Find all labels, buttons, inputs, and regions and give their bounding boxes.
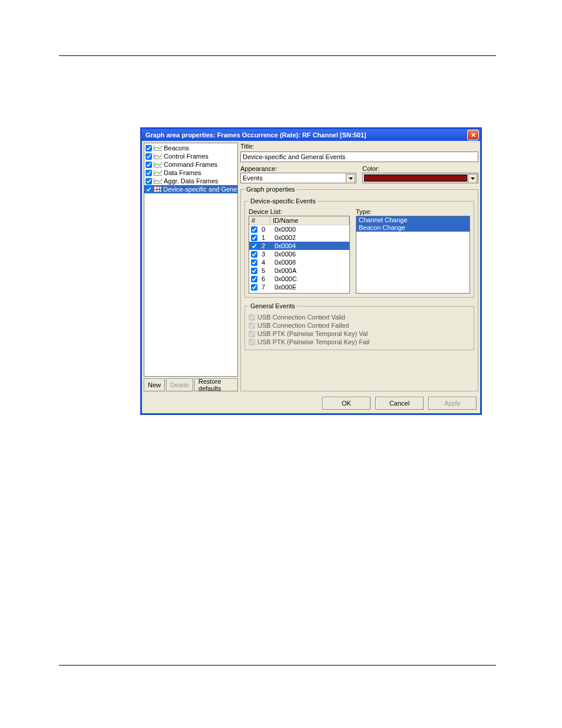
device-id: 0x000A	[273, 267, 349, 274]
tree-item[interactable]: Control Frames	[144, 152, 237, 160]
appearance-combo[interactable]: Events	[240, 173, 356, 183]
tree-item-label: Control Frames	[164, 153, 209, 160]
general-event-label: USB Connection Context Valid	[257, 314, 345, 321]
title-label: Title:	[240, 143, 478, 150]
appearance-label: Appearance:	[240, 165, 356, 172]
device-row[interactable]: 30x0006	[249, 250, 349, 258]
window-title: Graph area properties: Frames Occurrence…	[146, 131, 366, 139]
tree-item-label: Device-specific and General Even	[163, 186, 238, 193]
device-checkbox[interactable]	[251, 235, 257, 241]
curve-icon	[154, 153, 162, 159]
tree-checkbox[interactable]	[146, 153, 152, 160]
color-swatch	[364, 174, 467, 182]
type-list[interactable]: Channel ChangeBeacon Change	[356, 216, 470, 294]
apply-button: Apply	[428, 397, 477, 410]
tree-checkbox[interactable]	[146, 186, 152, 193]
device-list-header: # ID/Name	[249, 216, 349, 225]
tree-checkbox[interactable]	[146, 178, 152, 185]
device-specific-legend: Device-specific Events	[249, 197, 318, 205]
device-row[interactable]: 40x0008	[249, 258, 349, 266]
general-events-fieldset: General Events USB Connection Context Va…	[244, 302, 474, 350]
device-row[interactable]: 10x0002	[249, 233, 349, 242]
titlebar[interactable]: Graph area properties: Frames Occurrence…	[142, 129, 480, 141]
general-event-item[interactable]: USB Connection Context Failed	[249, 321, 470, 330]
tree-item[interactable]: Aggr. Data Frames	[144, 177, 237, 185]
title-input[interactable]: Device-specific and General Events	[240, 151, 478, 162]
general-event-label: USB PTK (Pairwise Temporal Key) Val	[257, 330, 368, 337]
general-event-checkbox	[249, 331, 255, 337]
device-row[interactable]: 20x0004	[249, 242, 349, 250]
restore-defaults-button[interactable]: Restore defaults	[194, 378, 238, 391]
tree-checkbox[interactable]	[146, 170, 152, 176]
device-id: 0x0006	[273, 251, 349, 258]
device-id: 0x0004	[273, 242, 349, 249]
device-checkbox[interactable]	[251, 251, 257, 258]
device-row[interactable]: 70x000E	[249, 283, 349, 291]
type-row[interactable]: Beacon Change	[356, 224, 470, 232]
close-icon[interactable]: ✕	[467, 130, 479, 140]
device-checkbox[interactable]	[251, 276, 257, 282]
tree-item[interactable]: Data Frames	[144, 169, 237, 177]
dialog-footer: OK Cancel Apply	[142, 393, 480, 413]
general-event-checkbox	[249, 339, 255, 345]
graph-properties-legend: Graph properties	[244, 186, 297, 193]
device-num: 7	[260, 284, 273, 291]
ok-button[interactable]: OK	[322, 397, 371, 410]
chevron-down-icon[interactable]	[346, 174, 355, 183]
cancel-button[interactable]: Cancel	[375, 397, 424, 410]
device-id: 0x000C	[273, 275, 349, 282]
device-id: 0x0002	[273, 234, 349, 241]
device-num: 1	[260, 234, 273, 241]
series-tree[interactable]: BeaconsControl FramesCommand FramesData …	[144, 143, 238, 377]
tree-item-label: Beacons	[164, 144, 189, 151]
device-list-label: Device List:	[249, 208, 350, 215]
device-row[interactable]: 60x000C	[249, 275, 349, 283]
delete-button: Delete	[166, 378, 193, 391]
page-rule-bottom	[59, 665, 496, 666]
general-event-item[interactable]: USB PTK (Pairwise Temporal Key) Fail	[249, 338, 470, 346]
device-checkbox[interactable]	[251, 284, 257, 291]
device-id: 0x0000	[273, 226, 349, 233]
general-event-item[interactable]: USB PTK (Pairwise Temporal Key) Val	[249, 330, 470, 338]
tree-checkbox[interactable]	[146, 162, 152, 168]
device-row[interactable]: 50x000A	[249, 266, 349, 275]
type-row[interactable]: Channel Change	[356, 216, 470, 224]
dialog-window: Graph area properties: Frames Occurrence…	[140, 127, 482, 415]
device-list-col-idname[interactable]: ID/Name	[270, 216, 349, 225]
device-checkbox[interactable]	[251, 268, 257, 274]
curve-icon	[154, 145, 162, 151]
new-button[interactable]: New	[144, 378, 165, 391]
general-event-checkbox	[249, 314, 255, 321]
general-events-legend: General Events	[249, 302, 297, 309]
device-num: 4	[260, 259, 273, 266]
tree-item[interactable]: Command Frames	[144, 160, 237, 169]
device-id: 0x000E	[273, 284, 349, 291]
general-event-item[interactable]: USB Connection Context Valid	[249, 313, 470, 321]
curve-icon	[154, 170, 162, 176]
tree-item-label: Aggr. Data Frames	[164, 177, 218, 185]
color-picker[interactable]	[362, 173, 478, 183]
device-checkbox[interactable]	[251, 243, 257, 249]
appearance-value: Events	[243, 174, 263, 182]
device-list[interactable]: # ID/Name 00x000010x000220x000430x000640…	[249, 216, 350, 294]
device-id: 0x0008	[273, 259, 349, 266]
curve-icon	[154, 178, 162, 184]
device-row[interactable]: 00x0000	[249, 225, 349, 233]
device-specific-fieldset: Device-specific Events Device List: # ID…	[244, 197, 474, 298]
device-num: 3	[260, 251, 273, 258]
device-num: 5	[260, 267, 273, 274]
device-checkbox[interactable]	[251, 226, 257, 233]
device-num: 6	[260, 275, 273, 282]
general-event-checkbox	[249, 322, 255, 329]
left-panel: BeaconsControl FramesCommand FramesData …	[144, 143, 238, 391]
device-num: 0	[260, 226, 273, 233]
tree-item[interactable]: Beacons	[144, 144, 237, 152]
chevron-down-icon[interactable]	[468, 174, 477, 183]
device-checkbox[interactable]	[251, 259, 257, 266]
type-label: Type:	[356, 208, 470, 215]
curve-icon	[154, 162, 162, 167]
device-list-col-num[interactable]: #	[249, 216, 270, 225]
general-event-label: USB Connection Context Failed	[257, 322, 349, 329]
tree-checkbox[interactable]	[146, 145, 152, 151]
tree-item[interactable]: Device-specific and General Even	[144, 185, 237, 193]
